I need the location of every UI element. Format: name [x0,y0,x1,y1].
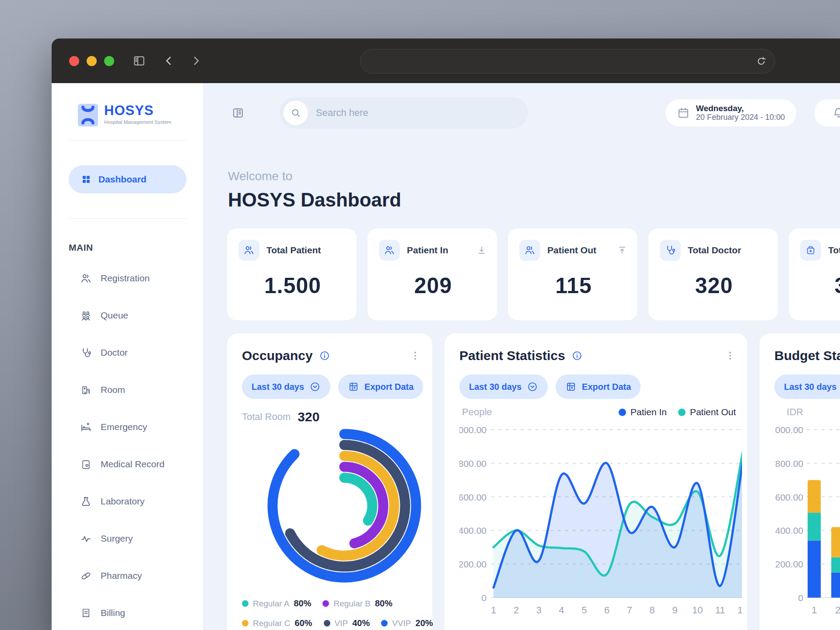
sidebar-item-emergency[interactable]: Emergency [69,414,186,440]
y-tick-label: 200.00 [459,559,486,569]
receipt-icon [80,607,92,619]
sidebar-item-label: Registration [101,273,150,284]
collapse-sidebar-icon[interactable] [231,106,245,119]
legend-value: 80% [294,598,311,609]
sidebar-item-label: Emergency [101,422,147,432]
minimize-window-button[interactable] [87,56,97,66]
x-tick-label: 4 [559,605,564,616]
patient-line-chart-svg: 1,000.00800.00600.00400.00200.0001234567… [459,421,742,618]
x-tick-label: 5 [581,605,587,616]
welcome-eyebrow: Welcome to [228,169,840,184]
y-tick-label: 1,000.00 [459,425,486,435]
topbar: Wednesday, 20 February 2024 - 10:00 [203,97,840,129]
patient-export-button[interactable]: Export Data [556,374,640,399]
y-tick-label: 600.00 [775,492,803,502]
search-bar[interactable] [280,97,528,129]
kebab-menu-icon[interactable] [410,350,421,361]
stat-icon-chip [660,240,681,261]
y-tick-label: 800.00 [775,458,803,469]
budget-range-select[interactable]: Last 30 days [774,374,840,399]
occupancy-range-select[interactable]: Last 30 days [242,374,330,399]
legend-item-vvip: VVIP20% [381,618,433,628]
legend-name: Regular B [333,599,371,609]
bed-icon [80,421,92,433]
queue-icon [80,310,92,322]
stat-card-total-doctor: Total Doctor320 [648,228,778,320]
hosys-logo-icon [78,104,98,126]
download-arrow-icon[interactable] [476,245,487,256]
sidebar-divider [69,140,186,141]
occupancy-legend: Regular A80%Regular B80%Regular C60%VIP4… [242,598,427,628]
stat-icon-chip [238,240,259,261]
x-tick-label: 9 [672,605,677,616]
export-label: Export Data [582,382,631,392]
search-input[interactable] [315,107,500,119]
x-tick-label: 12 [738,605,742,616]
url-bar[interactable] [360,49,775,74]
bar-segment-segment-yellow [831,527,840,557]
refresh-icon[interactable] [756,56,767,67]
legend-dot-icon [242,600,248,607]
search-icon [290,107,301,119]
sidebar-item-surgery[interactable]: Surgery [69,525,186,552]
stat-card-value: 209 [379,273,487,298]
x-tick-label: 8 [650,605,655,616]
patient-chart-legend: Patien InPatient Out [619,407,736,417]
occupancy-export-button[interactable]: Export Data [338,374,423,399]
zoom-window-button[interactable] [104,56,114,66]
legend-dot-icon [324,620,330,626]
budget-bar-chart-svg: 1,000.00800.00600.00400.00200.00012 [774,421,840,618]
stat-card-label: Total Patient [266,245,321,256]
legend-dot-icon [619,409,626,416]
sidebar-item-label: Pharmacy [101,570,142,581]
sidebar-item-queue[interactable]: Queue [69,302,186,329]
legend-value: 60% [295,618,312,628]
traffic-lights [69,56,114,66]
date-chip[interactable]: Wednesday, 20 February 2024 - 10:00 [665,99,797,127]
x-tick-label: 7 [627,605,632,616]
stat-card-value: 115 [519,273,628,298]
chevron-down-icon [309,381,321,392]
legend-name: Patien In [630,407,667,417]
chevron-down-icon [527,381,538,392]
sidebar-item-doctor[interactable]: Doctor [69,340,186,366]
sidebar-item-pharmacy[interactable]: Pharmacy [69,563,186,589]
notifications-button[interactable] [814,99,840,127]
flask-icon [80,496,92,508]
sidebar-item-medical-record[interactable]: Medical Record [69,451,186,477]
page-title: HOSYS Dashboard [228,188,840,212]
people-icon [243,245,255,256]
building-icon [80,384,92,396]
range-label: Last 30 days [784,382,836,392]
browser-sidebar-toggle-icon[interactable] [133,54,146,67]
legend-item-patien-in: Patien In [619,407,667,417]
kebab-menu-icon[interactable] [724,350,736,361]
close-window-button[interactable] [69,56,79,66]
medical-bag-icon [805,245,816,256]
people-icon [524,245,536,256]
occupancy-radial-svg [242,424,427,587]
legend-name: Regular C [253,619,290,628]
info-icon[interactable] [319,350,330,361]
legend-value: 20% [416,618,433,628]
stat-card-tot: Tot3 [789,228,840,320]
sidebar: HOSYS Hospital Management System Dashboa… [52,83,203,630]
info-icon[interactable] [571,350,583,361]
legend-value: 40% [352,618,370,628]
sidebar-item-billing[interactable]: Billing [69,600,186,626]
stat-card-total-patient: Total Patient1.500 [227,228,357,320]
forward-icon[interactable] [189,54,203,67]
back-icon[interactable] [162,54,175,67]
sidebar-item-registration[interactable]: Registration [69,265,186,291]
app-shell: HOSYS Hospital Management System Dashboa… [52,83,840,630]
patient-range-select[interactable]: Last 30 days [459,374,548,399]
y-axis-unit: People [462,406,492,418]
legend-item-patient-out: Patient Out [678,407,736,417]
sidebar-item-dashboard[interactable]: Dashboard [69,165,186,193]
sidebar-item-laboratory[interactable]: Laboratory [69,488,186,514]
upload-arrow-icon[interactable] [616,245,628,256]
stethoscope-icon [80,347,92,359]
sidebar-item-room[interactable]: Room [69,377,186,403]
x-tick-label: 3 [536,605,542,616]
pulse-icon [80,533,92,545]
